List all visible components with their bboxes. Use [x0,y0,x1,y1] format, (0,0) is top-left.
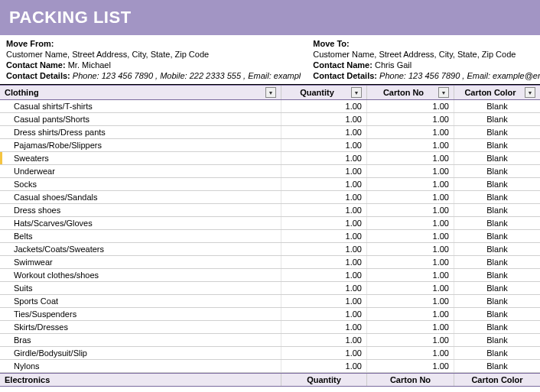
cell-carton[interactable]: 1.00 [367,321,454,333]
cell-color[interactable]: Blank [454,295,540,307]
column-header-carton[interactable]: Carton No ▼ [367,86,454,99]
filter-dropdown-icon[interactable]: ▼ [525,87,535,98]
cell-item[interactable]: Dress shirts/Dress pants [0,126,281,138]
cell-color[interactable]: Blank [454,113,540,125]
cell-quantity[interactable]: 1.00 [281,178,367,190]
table-row[interactable]: Casual shirts/T-shirts1.001.00Blank [0,100,540,113]
table-row[interactable]: Pajamas/Robe/Slippers1.001.00Blank [0,139,540,152]
cell-item[interactable]: Sports Coat [0,295,281,307]
cell-color[interactable]: Blank [454,217,540,229]
cell-quantity[interactable]: 1.00 [281,100,367,112]
filter-dropdown-icon[interactable]: ▼ [265,87,276,98]
cell-item[interactable]: Workout clothes/shoes [0,269,281,281]
cell-quantity[interactable]: 1.00 [281,217,367,229]
cell-carton[interactable]: 1.00 [367,256,454,268]
cell-item[interactable]: Skirts/Dresses [0,321,281,333]
cell-color[interactable]: Blank [454,256,540,268]
cell-carton[interactable]: 1.00 [367,139,454,151]
column-header-quantity[interactable]: Quantity [281,374,367,386]
cell-color[interactable]: Blank [454,243,540,255]
cell-quantity[interactable]: 1.00 [281,347,367,359]
cell-carton[interactable]: 1.00 [367,282,454,294]
cell-color[interactable]: Blank [454,269,540,281]
cell-quantity[interactable]: 1.00 [281,295,367,307]
cell-color[interactable]: Blank [454,178,540,190]
cell-carton[interactable]: 1.00 [367,165,454,177]
cell-carton[interactable]: 1.00 [367,269,454,281]
filter-dropdown-icon[interactable]: ▼ [351,87,362,98]
cell-carton[interactable]: 1.00 [367,230,454,242]
cell-item[interactable]: Jackets/Coats/Sweaters [0,243,281,255]
table-row[interactable]: Skirts/Dresses1.001.00Blank [0,321,540,334]
cell-carton[interactable]: 1.00 [367,191,454,203]
cell-quantity[interactable]: 1.00 [281,360,367,372]
cell-color[interactable]: Blank [454,282,540,294]
cell-quantity[interactable]: 1.00 [281,152,367,164]
cell-quantity[interactable]: 1.00 [281,113,367,125]
cell-item[interactable]: Suits [0,282,281,294]
cell-item[interactable]: Hats/Scarves/Gloves [0,217,281,229]
cell-carton[interactable]: 1.00 [367,217,454,229]
cell-item[interactable]: Casual shirts/T-shirts [0,100,281,112]
cell-color[interactable]: Blank [454,347,540,359]
cell-item[interactable]: Belts [0,230,281,242]
cell-color[interactable]: Blank [454,191,540,203]
table-row[interactable]: Ties/Suspenders1.001.00Blank [0,308,540,321]
table-row[interactable]: Nylons1.001.00Blank [0,360,540,373]
cell-quantity[interactable]: 1.00 [281,204,367,216]
cell-carton[interactable]: 1.00 [367,113,454,125]
cell-quantity[interactable]: 1.00 [281,243,367,255]
table-row[interactable]: Suits1.001.00Blank [0,282,540,295]
cell-item[interactable]: Casual shoes/Sandals [0,191,281,203]
cell-carton[interactable]: 1.00 [367,100,454,112]
cell-quantity[interactable]: 1.00 [281,334,367,346]
cell-carton[interactable]: 1.00 [367,178,454,190]
table-row[interactable]: Swimwear1.001.00Blank [0,256,540,269]
table-row[interactable]: Sports Coat1.001.00Blank [0,295,540,308]
table-row[interactable]: Dress shoes1.001.00Blank [0,204,540,217]
table-row[interactable]: Bras1.001.00Blank [0,334,540,347]
cell-item[interactable]: Dress shoes [0,204,281,216]
table-row[interactable]: Jackets/Coats/Sweaters1.001.00Blank [0,243,540,256]
cell-color[interactable]: Blank [454,165,540,177]
table-row[interactable]: Girdle/Bodysuit/Slip1.001.00Blank [0,347,540,360]
table-row[interactable]: Hats/Scarves/Gloves1.001.00Blank [0,217,540,230]
table-row[interactable]: Belts1.001.00Blank [0,230,540,243]
cell-color[interactable]: Blank [454,139,540,151]
cell-color[interactable]: Blank [454,360,540,372]
cell-item[interactable]: Bras [0,334,281,346]
cell-carton[interactable]: 1.00 [367,360,454,372]
table-row[interactable]: Dress shirts/Dress pants1.001.00Blank [0,126,540,139]
cell-carton[interactable]: 1.00 [367,126,454,138]
cell-carton[interactable]: 1.00 [367,204,454,216]
table-row[interactable]: Casual pants/Shorts1.001.00Blank [0,113,540,126]
cell-carton[interactable]: 1.00 [367,334,454,346]
cell-color[interactable]: Blank [454,334,540,346]
cell-quantity[interactable]: 1.00 [281,230,367,242]
table-row[interactable]: Casual shoes/Sandals1.001.00Blank [0,191,540,204]
cell-color[interactable]: Blank [454,126,540,138]
cell-quantity[interactable]: 1.00 [281,321,367,333]
column-header-color[interactable]: Carton Color [454,374,540,386]
cell-color[interactable]: Blank [454,100,540,112]
cell-item[interactable]: Casual pants/Shorts [0,113,281,125]
cell-item[interactable]: Socks [0,178,281,190]
cell-quantity[interactable]: 1.00 [281,256,367,268]
cell-color[interactable]: Blank [454,321,540,333]
cell-carton[interactable]: 1.00 [367,308,454,320]
cell-quantity[interactable]: 1.00 [281,126,367,138]
column-header-item[interactable]: Electronics [0,374,281,386]
cell-quantity[interactable]: 1.00 [281,165,367,177]
column-header-color[interactable]: Carton Color ▼ [454,86,540,99]
column-header-item[interactable]: Clothing ▼ [0,86,281,99]
cell-item[interactable]: Sweaters [0,152,281,164]
cell-quantity[interactable]: 1.00 [281,308,367,320]
cell-carton[interactable]: 1.00 [367,295,454,307]
cell-carton[interactable]: 1.00 [367,152,454,164]
cell-quantity[interactable]: 1.00 [281,282,367,294]
column-header-carton[interactable]: Carton No [367,374,454,386]
cell-carton[interactable]: 1.00 [367,243,454,255]
table-row[interactable]: Workout clothes/shoes1.001.00Blank [0,269,540,282]
cell-quantity[interactable]: 1.00 [281,191,367,203]
cell-item[interactable]: Swimwear [0,256,281,268]
